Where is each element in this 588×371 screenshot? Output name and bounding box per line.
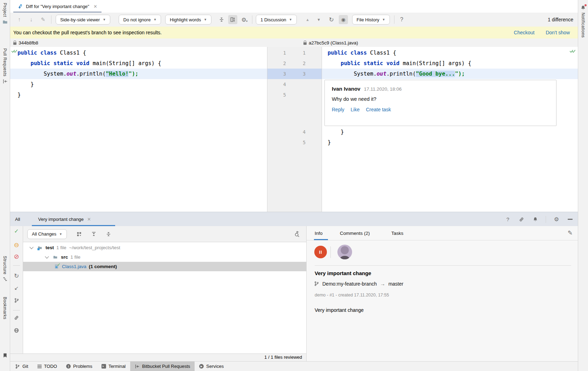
copy-link-icon[interactable] bbox=[10, 314, 23, 322]
tab-very-important-change[interactable]: Very important change ✕ bbox=[38, 212, 91, 226]
like-link[interactable]: Like bbox=[351, 107, 360, 112]
group-by-icon[interactable] bbox=[75, 230, 84, 239]
changes-filter-dropdown[interactable]: All Changes▼ bbox=[27, 229, 67, 239]
checkout-link[interactable]: Checkout bbox=[514, 30, 534, 35]
left-revision-hash: 344b8fb8 bbox=[19, 40, 38, 46]
preview-diff-icon[interactable] bbox=[292, 230, 301, 239]
branch-icon[interactable] bbox=[10, 296, 23, 304]
tab-vic-label: Very important change bbox=[38, 217, 84, 222]
statusbar-item-git[interactable]: Git bbox=[10, 362, 33, 371]
mark-reviewed-check-icon[interactable]: ✓ bbox=[10, 227, 23, 235]
sidebar-item-bookmarks[interactable]: Bookmarks bbox=[0, 297, 10, 320]
close-tab-icon[interactable]: ✕ bbox=[87, 217, 91, 222]
code-line: } bbox=[10, 90, 267, 100]
open-in-browser-globe-icon[interactable] bbox=[10, 326, 23, 335]
pull-requests-icon bbox=[135, 364, 140, 369]
prev-comment-button[interactable]: ▲ bbox=[303, 15, 312, 24]
main-area: Diff for "Very important change" ✕ ↑ ↓ ✎… bbox=[10, 0, 578, 371]
close-tab-icon[interactable]: ✕ bbox=[93, 4, 97, 9]
file-history-label: File History bbox=[357, 17, 379, 22]
collapse-all-icon[interactable] bbox=[104, 230, 113, 239]
line-number: 4 bbox=[279, 79, 290, 90]
sidebar-item-pull-requests[interactable]: Pull Requests bbox=[0, 48, 10, 84]
exclude-circle-minus-icon[interactable]: ⊖ bbox=[10, 241, 23, 249]
edit-pencil-icon[interactable]: ✎ bbox=[568, 229, 573, 237]
hide-panel-icon[interactable] bbox=[567, 216, 573, 223]
file-history-dropdown[interactable]: File History▼ bbox=[352, 15, 390, 24]
chevron-down-icon[interactable] bbox=[29, 245, 33, 249]
tab-comments[interactable]: Comments (2) bbox=[340, 226, 370, 240]
statusbar-item-services[interactable]: ▶ Services bbox=[195, 362, 228, 371]
discussion-dropdown[interactable]: 1 Discussion▼ bbox=[256, 15, 297, 24]
sync-scroll-icon[interactable] bbox=[228, 15, 237, 24]
bookmark-flag-button[interactable] bbox=[0, 353, 10, 358]
prev-change-button[interactable]: ↑ bbox=[15, 15, 24, 24]
refresh-icon[interactable]: ↻ bbox=[10, 272, 23, 280]
comment-text: Why do we need it? bbox=[332, 96, 549, 102]
tree-row-class1-java[interactable]: ✓ Class1.java (1 comment) bbox=[23, 262, 306, 271]
move-down-left-arrow-icon[interactable]: ↙ bbox=[10, 284, 23, 292]
edit-source-icon[interactable]: ✎ bbox=[38, 15, 48, 24]
settings-gear-icon[interactable]: ⚙ bbox=[553, 216, 560, 223]
diff-editor-tab[interactable]: Diff for "Very important change" ✕ bbox=[13, 0, 102, 13]
whitespace-dropdown[interactable]: Do not ignore▼ bbox=[119, 15, 161, 24]
reviewer-avatar-initials[interactable]: II bbox=[314, 246, 327, 258]
expand-all-icon[interactable] bbox=[89, 230, 98, 239]
sidebar-item-structure[interactable]: Structure bbox=[0, 256, 10, 282]
copy-link-icon[interactable] bbox=[518, 216, 525, 223]
statusbar-item-problems[interactable]: ! Problems bbox=[62, 362, 97, 371]
statusbar-item-terminal[interactable]: > Terminal bbox=[97, 362, 130, 371]
notifications-stripe-label: Notifications bbox=[581, 13, 586, 38]
pull-request-description: Very important change bbox=[315, 307, 364, 313]
folder-icon bbox=[52, 255, 58, 259]
collapse-unchanged-icon[interactable] bbox=[217, 15, 226, 24]
lock-icon bbox=[303, 42, 307, 45]
next-comment-button[interactable]: ▼ bbox=[314, 15, 323, 24]
reply-link[interactable]: Reply bbox=[332, 107, 344, 112]
author-avatar[interactable] bbox=[337, 245, 352, 259]
folder-name: src bbox=[61, 254, 68, 260]
diff-left-pane[interactable]: public class Class1 { public static void… bbox=[10, 47, 267, 212]
chevron-down-icon[interactable] bbox=[45, 254, 49, 258]
diff-right-pane[interactable]: public class Class1 { public static void… bbox=[322, 47, 578, 212]
watch-eye-icon[interactable]: ◉ bbox=[339, 15, 348, 24]
checkout-banner: You can checkout the pull request's bran… bbox=[10, 27, 578, 38]
statusbar-item-bitbucket-pull-requests[interactable]: Bitbucket Pull Requests bbox=[130, 362, 195, 371]
pull-request-title: Very important change bbox=[315, 270, 371, 276]
tab-tasks[interactable]: Tasks bbox=[391, 226, 404, 240]
folder-name: test bbox=[46, 245, 54, 250]
dont-show-link[interactable]: Don't show bbox=[546, 30, 570, 35]
statusbar-item-todo[interactable]: TODO bbox=[33, 362, 62, 371]
todo-label: TODO bbox=[44, 364, 57, 369]
line-number: 3 bbox=[279, 69, 290, 79]
help-icon[interactable]: ? bbox=[397, 15, 406, 24]
sidebar-item-notifications[interactable]: Notifications bbox=[578, 5, 588, 38]
tab-tasks-label: Tasks bbox=[391, 231, 404, 236]
refresh-icon[interactable]: ↻ bbox=[327, 15, 336, 24]
sidebar-item-project[interactable]: Project bbox=[0, 3, 10, 24]
highlight-mode-dropdown[interactable]: Highlight words▼ bbox=[165, 15, 211, 24]
block-no-entry-icon[interactable]: ⊘ bbox=[10, 252, 23, 261]
structure-icon bbox=[2, 276, 8, 282]
changed-files-tree: All Changes▼ test 1 file ~/work/test_pro… bbox=[23, 226, 306, 361]
diff-toolbar: ↑ ↓ ✎ Side-by-side viewer▼ Do not ignore… bbox=[10, 13, 578, 27]
left-revision: 344b8fb8 bbox=[13, 38, 38, 47]
diff-gutter: 1 2 3 4 5 1 2 3 4 5 bbox=[267, 47, 322, 212]
tree-row-src[interactable]: src 1 file bbox=[23, 252, 306, 262]
viewer-mode-dropdown[interactable]: Side-by-side viewer▼ bbox=[56, 15, 110, 24]
folder-path: ~/work/test_projects/test bbox=[69, 245, 120, 250]
tree-row-test[interactable]: test 1 file ~/work/test_projects/test bbox=[23, 243, 306, 252]
diff-settings-gear-icon[interactable]: ⚙▼ bbox=[240, 15, 249, 24]
code-line: System.out.println("Good bye..."); bbox=[322, 69, 578, 79]
avatar-divider bbox=[330, 246, 331, 258]
branch-row: Demo:my-feature-branch → master bbox=[314, 281, 403, 287]
tab-all[interactable]: All bbox=[15, 212, 20, 226]
code-line: public class Class1 { bbox=[10, 48, 267, 58]
terminal-icon: > bbox=[102, 364, 106, 369]
notifications-bell-icon[interactable] bbox=[532, 216, 538, 223]
tab-info[interactable]: Info bbox=[315, 226, 323, 240]
file-count: 1 file bbox=[56, 245, 66, 250]
next-change-button[interactable]: ↓ bbox=[27, 15, 36, 24]
create-task-link[interactable]: Create task bbox=[366, 107, 391, 112]
help-icon[interactable]: ? bbox=[505, 216, 511, 223]
